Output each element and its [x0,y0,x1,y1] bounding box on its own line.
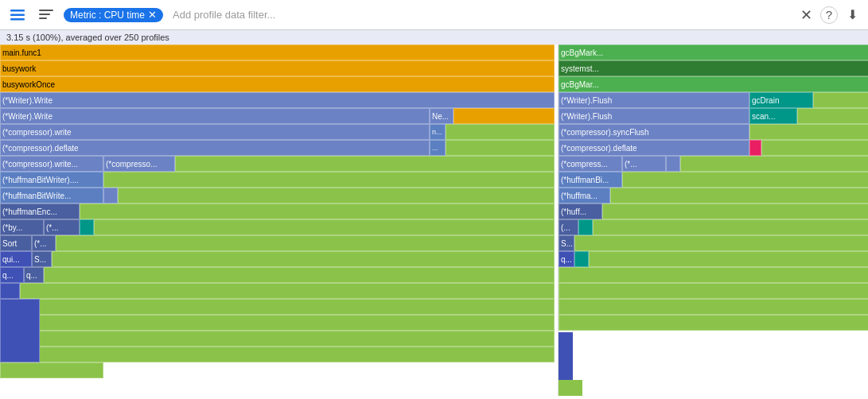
list-item[interactable] [0,315,555,331]
list-item[interactable]: busywork [0,60,555,76]
list-item[interactable]: q... [559,251,574,267]
list-item[interactable] [610,188,868,203]
list-item[interactable]: (*Writer).Flush [559,108,749,124]
svg-rect-4 [39,14,50,15]
list-item[interactable]: Ne... [430,108,453,124]
list-item[interactable] [749,140,761,156]
help-button[interactable]: ? [820,6,838,24]
list-item[interactable] [622,172,868,188]
table-row [559,267,868,283]
list-item[interactable]: (*compressor).deflate [0,140,430,156]
list-item[interactable] [559,283,868,299]
table-row [559,299,868,315]
table-row: (*Writer).Flush scan... [559,108,868,124]
list-item[interactable] [574,235,868,251]
list-item[interactable] [761,140,868,156]
close-button[interactable]: ✕ [796,6,815,25]
list-item[interactable] [578,219,593,235]
list-item[interactable] [813,92,868,108]
list-item[interactable] [56,235,555,251]
list-item[interactable] [103,172,555,188]
list-item[interactable] [559,332,573,380]
list-item[interactable]: systemst... [559,60,868,76]
list-item[interactable]: (*compressor).deflate [559,140,749,156]
list-item[interactable] [559,380,582,396]
list-item[interactable]: (*Writer).Flush [559,92,749,108]
list-item[interactable]: (*huffmanBi... [559,172,622,188]
list-item[interactable]: (*by... [0,219,44,235]
table-row: (... [559,219,868,235]
menu-button[interactable] [6,4,29,26]
list-item[interactable]: S... [559,235,574,251]
list-item[interactable] [0,283,20,299]
list-item[interactable] [0,347,555,362]
list-item[interactable] [559,299,868,315]
list-item[interactable] [559,267,868,283]
list-item[interactable]: (*compresso... [103,156,175,172]
list-item[interactable]: (*huffma... [559,188,610,203]
list-item[interactable]: (*compressor).write... [0,156,103,172]
list-item[interactable]: main.func1 [0,45,555,60]
list-item[interactable]: (... [559,219,578,235]
list-item[interactable]: S... [32,251,52,267]
list-item[interactable] [446,124,555,140]
list-item[interactable] [559,315,868,331]
list-item[interactable]: (*huff... [559,203,602,219]
list-item[interactable] [593,219,868,235]
list-item[interactable] [574,251,589,267]
filter-icon-button[interactable] [35,4,57,26]
list-item[interactable] [44,267,555,283]
list-item[interactable] [16,299,555,315]
metric-chip-close[interactable]: ✕ [148,10,157,20]
table-row: (*huffmanBitWrite... [0,188,558,203]
list-item[interactable] [453,108,555,124]
list-item[interactable]: (*Writer).Write [0,92,555,108]
list-item[interactable] [797,108,868,124]
list-item[interactable] [0,331,555,347]
list-item[interactable] [589,251,868,267]
list-item[interactable]: (*... [44,219,80,235]
list-item[interactable] [118,188,555,203]
list-item[interactable] [94,219,555,235]
list-item[interactable] [175,156,555,172]
list-item[interactable]: q... [24,267,44,283]
list-item[interactable] [52,251,555,267]
list-item[interactable] [80,219,94,235]
table-row [559,315,868,331]
list-item[interactable]: ... [430,140,446,156]
list-item[interactable]: (*... [622,156,666,172]
list-item[interactable]: (*huffmanEnc... [0,203,80,219]
list-item[interactable]: (*... [32,235,56,251]
list-item[interactable]: Sort [0,235,32,251]
list-item[interactable] [749,124,868,140]
list-item[interactable]: (*compress... [559,156,622,172]
list-item[interactable]: gcBgMark... [559,45,868,60]
list-item[interactable]: q... [0,267,24,283]
table-row [559,283,868,299]
table-row: main.func1 [0,45,558,60]
list-item[interactable] [0,362,103,378]
filter-placeholder[interactable]: Add profile data filter... [169,9,790,21]
download-button[interactable]: ⬇ [843,6,862,25]
list-item[interactable]: scan... [749,108,797,124]
list-item[interactable]: n... [430,124,446,140]
list-item[interactable] [0,299,40,362]
list-item[interactable] [80,203,555,219]
list-item[interactable] [20,283,555,299]
list-item[interactable]: (*huffmanBitWriter).... [0,172,103,188]
list-item[interactable]: busyworkOnce [0,76,555,92]
list-item[interactable] [602,203,868,219]
list-item[interactable]: qui... [0,251,32,267]
list-item[interactable]: gcDrain [749,92,813,108]
list-item[interactable] [446,140,555,156]
table-row: q... [559,251,868,267]
list-item[interactable] [103,188,118,203]
list-item[interactable]: (*Writer).Write [0,108,430,124]
table-row: (*compressor).syncFlush [559,124,868,140]
list-item[interactable]: (*huffmanBitWrite... [0,188,103,203]
list-item[interactable]: (*compressor).syncFlush [559,124,749,140]
list-item[interactable] [680,156,868,172]
list-item[interactable]: (*compressor).write [0,124,430,140]
list-item[interactable] [666,156,680,172]
list-item[interactable]: gcBgMar... [559,76,868,92]
